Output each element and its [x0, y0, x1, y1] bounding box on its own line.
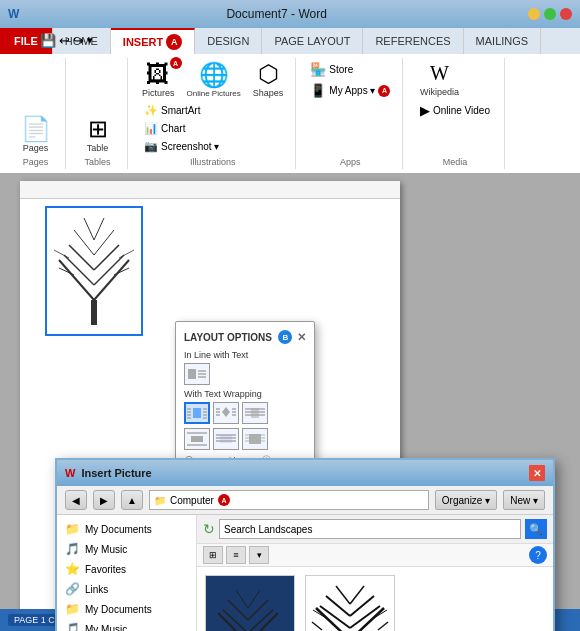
- help-btn[interactable]: ?: [529, 546, 547, 564]
- online-video-button[interactable]: ▶ Online Video: [416, 101, 494, 120]
- sidebar-my-documents-2[interactable]: 📁 My Documents: [57, 599, 196, 619]
- pictures-button[interactable]: 🖼 Pictures A: [138, 60, 179, 100]
- pages-button[interactable]: 📄 Pages: [17, 115, 55, 155]
- online-pictures-icon: 🌐: [199, 63, 229, 87]
- tight-icon[interactable]: [213, 402, 239, 424]
- chart-label: Chart: [161, 123, 185, 134]
- pictures-label: Pictures: [142, 88, 175, 98]
- with-text-icons-row2: [184, 428, 306, 450]
- page-status: PAGE 1 C: [8, 614, 61, 626]
- dialog-title-text: Insert Picture: [81, 467, 151, 479]
- tables-group-label: Tables: [84, 155, 110, 167]
- star-icon: ⭐: [65, 562, 80, 576]
- screenshot-button[interactable]: 📷 Screenshot ▾: [140, 138, 223, 155]
- file-item-1[interactable]: A banch-wallpaper-19 20x1200.jpg: [205, 575, 295, 631]
- illustrations-group-label: Illustrations: [190, 155, 236, 167]
- insert-picture-dialog: W Insert Picture ✕ ◀ ▶ ▲ 📁 Computer A Or…: [55, 458, 555, 631]
- svg-line-58: [248, 590, 260, 608]
- pages-group-label: Pages: [23, 155, 49, 167]
- undo-icon[interactable]: ↩: [59, 33, 70, 48]
- svg-line-57: [236, 590, 248, 608]
- folder-icon-1: 📁: [65, 522, 80, 536]
- smartart-button[interactable]: ✨ SmartArt: [140, 102, 223, 119]
- topbottom-icon[interactable]: [184, 428, 210, 450]
- shapes-label: Shapes: [253, 88, 284, 98]
- window-controls[interactable]: [528, 8, 572, 20]
- tab-page-layout[interactable]: PAGE LAYOUT: [262, 28, 363, 54]
- online-video-label: Online Video: [433, 105, 490, 116]
- shapes-button[interactable]: ⬡ Shapes: [249, 60, 288, 100]
- pages-label: Pages: [23, 143, 49, 153]
- ribbon-group-pages: 📄 Pages Pages: [6, 58, 66, 169]
- sidebar-links[interactable]: 🔗 Links: [57, 579, 196, 599]
- title-bar: W Document7 - Word: [0, 0, 580, 28]
- view-icon-btn-3[interactable]: ▾: [249, 546, 269, 564]
- search-input[interactable]: [219, 519, 521, 539]
- file-item-2[interactable]: bareTree.png: [305, 575, 395, 631]
- through-icon[interactable]: [242, 402, 268, 424]
- inline-icon[interactable]: [184, 363, 210, 385]
- svg-rect-49: [249, 434, 261, 444]
- view-bar: ⊞ ≡ ▾ ?: [197, 544, 553, 567]
- sidebar-my-music-1[interactable]: 🎵 My Music: [57, 539, 196, 559]
- svg-line-5: [69, 245, 94, 270]
- svg-line-68: [312, 622, 322, 630]
- ribbon-group-illustrations: 🖼 Pictures A 🌐 Online Pictures ⬡ Shapes …: [130, 58, 296, 169]
- pages-icon: 📄: [21, 117, 51, 141]
- layout-options-title-text: LAYOUT OPTIONS: [184, 332, 272, 343]
- view-icon-btn-1[interactable]: ⊞: [203, 546, 223, 564]
- up-btn[interactable]: ▲: [121, 490, 143, 510]
- forward-btn[interactable]: ▶: [93, 490, 115, 510]
- store-icon: 🏪: [310, 62, 326, 77]
- search-bar: ↻ 🔍: [197, 515, 553, 544]
- tab-design[interactable]: DESIGN: [195, 28, 262, 54]
- table-label: Table: [87, 143, 109, 153]
- svg-line-6: [94, 245, 119, 270]
- chart-button[interactable]: 📊 Chart: [140, 120, 223, 137]
- online-video-icon: ▶: [420, 103, 430, 118]
- redo-icon[interactable]: ↪: [73, 33, 84, 48]
- tab-insert[interactable]: INSERT A: [111, 28, 195, 54]
- file-thumb-2: [305, 575, 395, 631]
- svg-line-9: [84, 218, 94, 240]
- organize-btn[interactable]: Organize ▾: [435, 490, 497, 510]
- doc-ruler: [20, 181, 400, 199]
- online-pictures-label: Online Pictures: [187, 89, 241, 98]
- ribbon-group-tables: ⊞ Table Tables: [68, 58, 128, 169]
- back-btn[interactable]: ◀: [65, 490, 87, 510]
- wikipedia-icon: W: [430, 62, 449, 85]
- dialog-sidebar: 📁 My Documents 🎵 My Music ⭐ Favorites 🔗 …: [57, 515, 197, 631]
- online-pictures-button[interactable]: 🌐 Online Pictures: [183, 61, 245, 100]
- save-icon[interactable]: 💾: [40, 33, 56, 48]
- behind-icon[interactable]: [213, 428, 239, 450]
- search-btn[interactable]: 🔍: [525, 519, 547, 539]
- wikipedia-button[interactable]: W Wikipedia: [416, 60, 463, 99]
- folder-icon-2: 📁: [65, 602, 80, 616]
- table-button[interactable]: ⊞ Table: [80, 115, 116, 155]
- my-apps-label: My Apps ▾: [329, 85, 375, 96]
- dialog-close-btn[interactable]: ✕: [529, 465, 545, 481]
- infront-icon[interactable]: [242, 428, 268, 450]
- view-icon-btn-2[interactable]: ≡: [226, 546, 246, 564]
- tab-mailings[interactable]: MAILINGS: [464, 28, 542, 54]
- sidebar-favorites[interactable]: ⭐ Favorites: [57, 559, 196, 579]
- with-text-section-label: With Text Wrapping: [184, 389, 306, 399]
- sidebar-my-documents-1[interactable]: 📁 My Documents: [57, 519, 196, 539]
- store-button[interactable]: 🏪 Store: [306, 60, 357, 79]
- address-bar: 📁 Computer A: [149, 490, 429, 510]
- chart-icon: 📊: [144, 122, 158, 135]
- square-icon[interactable]: [184, 402, 210, 424]
- tab-references[interactable]: REFERENCES: [363, 28, 463, 54]
- new-btn[interactable]: New ▾: [503, 490, 545, 510]
- layout-options-close-btn[interactable]: ✕: [297, 331, 306, 344]
- doc-tree-container[interactable]: [45, 206, 143, 336]
- table-icon: ⊞: [88, 117, 108, 141]
- sidebar-my-music-2[interactable]: 🎵 My Music: [57, 619, 196, 631]
- store-label: Store: [329, 64, 353, 75]
- more-icon[interactable]: ▾: [87, 34, 93, 47]
- svg-rect-0: [91, 300, 97, 325]
- my-apps-button[interactable]: 📱 My Apps ▾ A: [306, 81, 394, 100]
- wikipedia-label: Wikipedia: [420, 87, 459, 97]
- inline-section-label: In Line with Text: [184, 350, 306, 360]
- dialog-main-content: ↻ 🔍 ⊞ ≡ ▾ ?: [197, 515, 553, 631]
